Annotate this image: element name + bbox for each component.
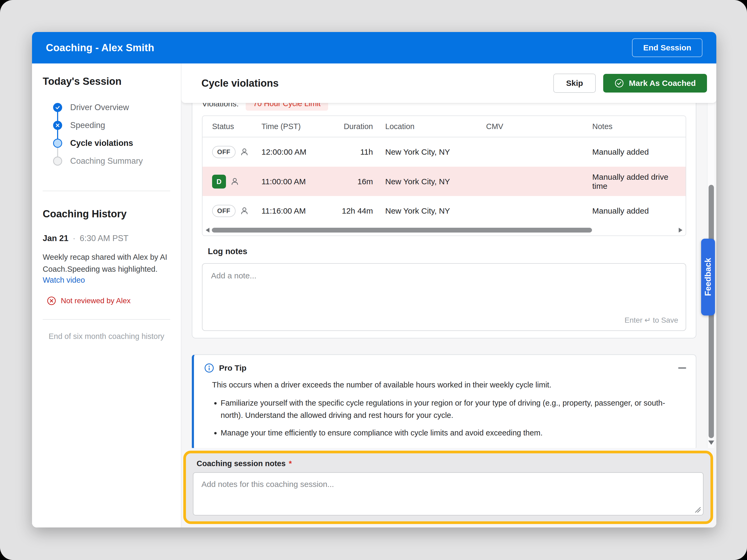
cell-location: New York City, NY [373,206,486,215]
cell-notes: Manually added [592,148,686,157]
not-reviewed-text: Not reviewed by Alex [61,296,130,305]
section-title: Cycle violations [201,78,279,89]
step-label: Coaching Summary [70,156,143,166]
scroll-right-arrow-icon[interactable] [679,228,682,233]
main-content: Cycle violations Skip Mark As Coached Vi… [181,63,716,528]
session-notes-input[interactable] [193,472,703,515]
violation-type-badge: 70 Hour Cycle Limit [246,103,328,111]
circle-x-icon [47,296,56,305]
history-status: Not reviewed by Alex [47,296,170,305]
history-entry-meta: Jan 21 · 6:30 AM PST [43,234,170,243]
cell-notes: Manually added drive time [592,172,686,191]
check-circle-icon [614,78,624,88]
scroll-down-arrow-icon[interactable] [708,441,714,445]
sidebar-divider [43,191,170,191]
x-icon [55,123,60,128]
cell-duration: 16m [328,177,373,186]
session-notes-label: Coaching session notes [197,459,286,468]
table-row[interactable]: OFF 11:16:00 AM 12h 44m New York City, N… [203,196,686,225]
step-cycle-violations[interactable]: Cycle violations [43,134,170,152]
log-notes-box: Enter ↵ to Save [202,263,686,331]
sidebar-divider [43,319,170,320]
step-label: Driver Overview [70,103,129,112]
pro-tip-bullet: Familiarize yourself with the specific c… [221,397,686,421]
history-time: 6:30 AM PST [80,234,129,243]
end-session-button[interactable]: End Session [632,38,702,57]
coaching-app-window: Coaching - Alex Smith End Session Today'… [32,32,716,528]
cell-time: 11:00:00 AM [261,177,328,186]
feedback-tab-label: Feedback [703,258,713,296]
cell-location: New York City, NY [373,177,486,186]
table-row[interactable]: OFF 12:00:00 AM 11h New York City, NY Ma… [203,137,686,167]
step-upcoming-dot [53,157,62,166]
violation-detail-card: Violations: 70 Hour Cycle Limit Status T… [192,103,696,339]
meta-separator: · [73,234,76,243]
cell-location: New York City, NY [373,148,486,157]
step-coaching-summary[interactable]: Coaching Summary [43,152,170,170]
col-cmv: CMV [486,122,592,131]
skip-button[interactable]: Skip [553,74,596,93]
step-driver-overview[interactable]: Driver Overview [43,99,170,116]
pro-tip-title: Pro Tip [219,364,247,373]
pro-tip-intro: This occurs when a driver exceeds the nu… [212,380,686,389]
step-current-dot [53,139,62,148]
status-badge: OFF [212,146,236,158]
person-icon [240,206,249,215]
coaching-history-title: Coaching History [43,208,170,220]
coaching-session-notes-panel: Coaching session notes * [183,451,713,524]
scroll-left-arrow-icon[interactable] [206,228,209,233]
step-label: Speeding [70,121,105,130]
log-notes-input[interactable] [202,263,686,331]
feedback-tab[interactable]: Feedback [701,239,715,316]
history-summary: Weekly recap shared with Alex by AI Coac… [43,251,174,275]
hos-log-table: Status Time (PST) Duration Location CMV … [202,115,686,236]
info-icon [204,363,214,373]
cell-duration: 12h 44m [328,206,373,215]
person-icon [230,177,239,186]
section-toolbar: Cycle violations Skip Mark As Coached [181,63,716,103]
cell-time: 11:16:00 AM [261,206,328,215]
check-icon [55,105,60,110]
sidebar: Today's Session Driver Overview [32,63,181,528]
history-end-text: End of six month coaching history [43,332,170,341]
step-label: Cycle violations [70,138,133,148]
horizontal-scrollbar-thumb[interactable] [212,228,592,233]
desktop-background: Coaching - Alex Smith End Session Today'… [0,0,747,560]
step-completed-dot [53,103,62,112]
col-location: Location [373,122,486,131]
status-badge: OFF [212,205,236,217]
table-row[interactable]: D 11:00:00 AM 16m New York City, NY Manu… [203,167,686,196]
pro-tip-bullet: Manage your time efficiently to ensure c… [221,427,686,439]
table-header-row: Status Time (PST) Duration Location CMV … [203,116,686,137]
col-status: Status [203,122,261,131]
page-title: Coaching - Alex Smith [46,42,154,54]
app-header: Coaching - Alex Smith End Session [32,32,716,63]
violations-row: Violations: 70 Hour Cycle Limit [202,103,686,111]
status-badge: D [212,175,226,189]
todays-session-title: Today's Session [43,76,170,87]
step-skipped-dot [53,121,62,130]
watch-video-link[interactable]: Watch video [43,276,85,285]
session-stepper: Driver Overview Speeding Cycle violation… [43,99,170,171]
violations-label: Violations: [202,103,239,108]
cell-duration: 11h [328,148,373,157]
step-speeding[interactable]: Speeding [43,116,170,134]
pro-tip-card: Pro Tip This occurs when a driver exceed… [192,354,696,448]
cell-notes: Manually added [592,206,686,215]
col-duration: Duration [328,122,373,131]
mark-as-coached-label: Mark As Coached [629,79,696,88]
log-notes-title: Log notes [208,247,686,256]
col-notes: Notes [592,122,686,131]
col-time: Time (PST) [261,122,328,131]
person-icon [240,148,249,157]
required-asterisk: * [289,459,292,468]
history-date: Jan 21 [43,234,69,243]
pro-tip-header: Pro Tip [204,363,686,373]
collapse-minus-icon[interactable] [678,368,686,369]
horizontal-scrollbar [203,225,686,236]
scroll-area[interactable]: Violations: 70 Hour Cycle Limit Status T… [181,103,716,448]
pro-tip-list: Familiarize yourself with the specific c… [221,397,686,439]
mark-as-coached-button[interactable]: Mark As Coached [603,74,707,92]
cell-time: 12:00:00 AM [261,148,328,157]
